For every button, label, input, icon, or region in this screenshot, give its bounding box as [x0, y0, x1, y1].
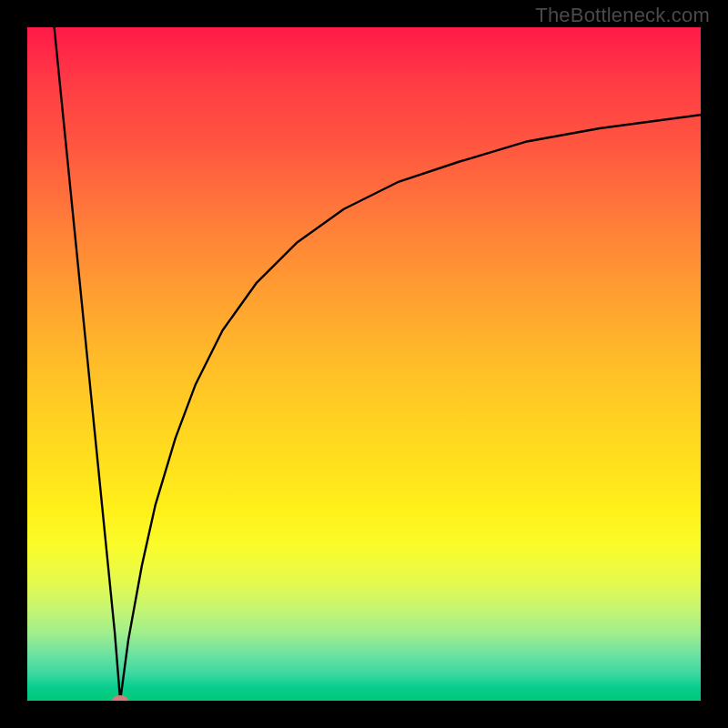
- plot-area: [27, 27, 701, 701]
- bottleneck-curve: [27, 27, 701, 701]
- chart-frame: TheBottleneck.com: [0, 0, 728, 728]
- minimum-marker: [112, 695, 128, 701]
- attribution-label: TheBottleneck.com: [535, 4, 710, 27]
